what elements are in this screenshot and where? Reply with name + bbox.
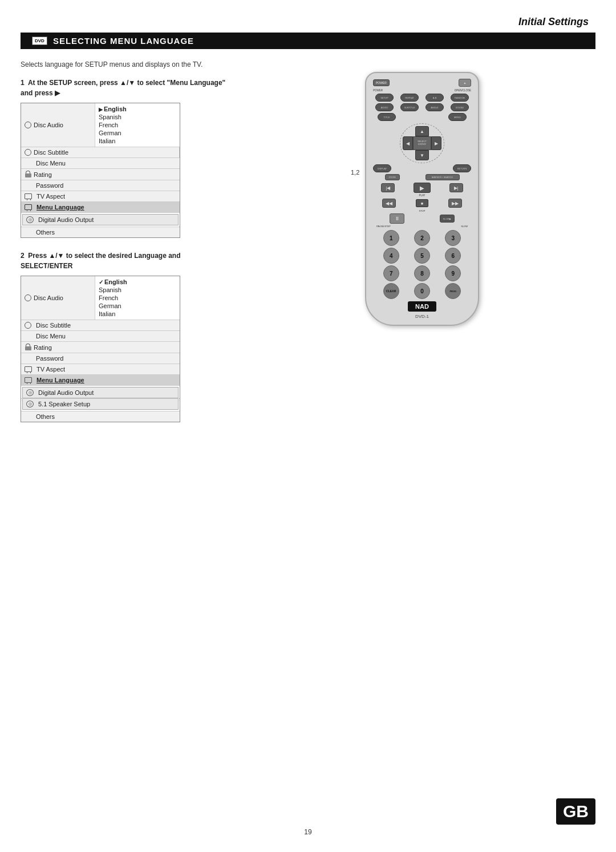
play-label: PLAY	[372, 194, 472, 197]
menu-item-rating: Rating	[21, 169, 180, 180]
num-6-button[interactable]: 6	[445, 248, 461, 264]
menu2-item-disc-audio: Disc Audio	[21, 276, 95, 320]
numpad: 1 2 3 4 5 6 7 8 9 CLEAR 0 PROG	[376, 230, 468, 299]
open-close-label: OPEN/CLOSE	[455, 89, 471, 92]
nad-logo: NAD	[408, 301, 436, 312]
title-button[interactable]: TITLE	[378, 113, 396, 121]
tv-icon-4	[25, 377, 32, 383]
angle-button[interactable]: ANGLE	[425, 103, 444, 111]
menu2-item-disc-menu: Disc Menu	[21, 331, 180, 341]
dvd-badge: DVD	[32, 37, 47, 46]
program-button[interactable]: PROG	[445, 283, 461, 299]
menu2-item-rating: Rating	[21, 342, 180, 353]
menu-item-password: Password	[21, 180, 180, 191]
lock-icon-2	[25, 344, 31, 351]
menu2-item-tv-aspect: TV Aspect	[21, 364, 180, 374]
power-button[interactable]: POWER	[373, 79, 390, 86]
dpad-right-button[interactable]: ▶	[431, 136, 441, 150]
ff-button[interactable]: ▶▶	[448, 199, 462, 208]
num-2-button[interactable]: 2	[414, 230, 430, 246]
menu-item-disc-subtitle: Disc Subtitle	[21, 147, 180, 158]
circle-icon-4	[25, 322, 31, 329]
stop-button[interactable]: ■	[416, 199, 428, 207]
audio-button[interactable]: AUDIO	[375, 103, 394, 111]
num-0-button[interactable]: 0	[414, 283, 430, 299]
circle-icon	[25, 122, 31, 128]
dvd-model: DVD-1	[372, 314, 472, 319]
step2-menu: Disc Audio English Spanish French German…	[21, 276, 180, 422]
num-8-button[interactable]: 8	[414, 265, 430, 281]
ab-button[interactable]: A-B	[425, 94, 444, 102]
setup-button[interactable]: SETUP	[375, 94, 394, 102]
num-3-button[interactable]: 3	[445, 230, 461, 246]
section-title: SELECTING MENU LANGUAGE	[53, 36, 194, 46]
rewind-button[interactable]: ◀◀	[382, 199, 396, 208]
dpad-up-button[interactable]: ▲	[415, 126, 429, 136]
subtitle-button[interactable]: SUBTITLE	[400, 103, 419, 111]
page-title: Initial Settings	[518, 16, 589, 27]
step-1-label: 1 At the SETUP screen, press ▲/▼ to sele…	[21, 78, 232, 98]
sound-button[interactable]: SOUND	[451, 103, 469, 111]
tv-icon-3	[25, 366, 32, 372]
step-1: 1 At the SETUP screen, press ▲/▼ to sele…	[21, 78, 232, 238]
play-button[interactable]: ▶	[414, 183, 431, 193]
num-5-button[interactable]: 5	[414, 248, 430, 264]
menu2-item-disc-subtitle: Disc Subtitle	[21, 320, 180, 330]
num-7-button[interactable]: 7	[383, 265, 399, 281]
dpad-down-button[interactable]: ▼	[415, 150, 429, 160]
random-button[interactable]: RANDOM	[451, 94, 469, 102]
intro-text: Selects language for SETUP menus and dis…	[21, 60, 232, 68]
gb-badge: GB	[556, 798, 595, 825]
menu2-languages: English Spanish French German Italian	[95, 276, 180, 320]
return-button[interactable]: RETURN	[453, 164, 471, 172]
skip-prev-button[interactable]: |◀	[381, 183, 395, 192]
num-9-button[interactable]: 9	[445, 265, 461, 281]
power-label: POWER	[373, 89, 383, 92]
remote-control: POWER ▲ POWER OPEN/CLOSE SETUP REPEAT A-…	[365, 72, 479, 326]
slow-label: SLOW	[461, 225, 468, 228]
menu-item-disc-audio: Disc Audio	[21, 103, 95, 147]
speaker-icon-2: ◎	[26, 389, 34, 396]
menu2-item-digital-audio: ◎ Digital Audio Output	[22, 387, 179, 398]
dpad: ▲ ◀ SELECTENTER ▶ ▼	[372, 123, 472, 163]
repeat-button[interactable]: REPEAT	[400, 94, 419, 102]
pause-step-button[interactable]: ⏸	[390, 213, 404, 224]
open-close-button[interactable]: ▲	[459, 79, 471, 87]
dpad-left-button[interactable]: ◀	[403, 136, 413, 150]
menu-item-tv-aspect: TV Aspect	[21, 191, 180, 201]
clear-button[interactable]: CLEAR	[383, 283, 399, 299]
step-2-label: 2 Press ▲/▼ to select the desired Langua…	[21, 251, 232, 271]
remote-wrapper: 1,2 POWER ▲ POWER OPEN/CLOSE SETUP REPEA…	[365, 72, 479, 326]
menu2-item-others: Others	[21, 411, 180, 422]
circle-icon-2	[25, 149, 31, 156]
tv-icon-2	[25, 204, 32, 210]
menu-item-others-step1: Others	[21, 227, 180, 237]
zoom-button[interactable]: ZOOM	[385, 174, 400, 180]
num-1-button[interactable]: 1	[383, 230, 399, 246]
step-reference: 1,2	[351, 169, 359, 176]
select-enter-button[interactable]: SELECTENTER	[413, 136, 431, 150]
menu-item-disc-menu: Disc Menu	[21, 158, 180, 168]
menu2-item-speaker-setup: ◎ 5.1 Speaker Setup	[22, 399, 179, 410]
page-number: 19	[304, 828, 311, 836]
display-button[interactable]: DISPLAY	[373, 164, 391, 172]
num-4-button[interactable]: 4	[383, 248, 399, 264]
stop-label: STOP	[419, 209, 425, 212]
speaker-icon: ◎	[26, 216, 34, 223]
menu2-item-password: Password	[21, 353, 180, 364]
speaker-icon-3: ◎	[26, 401, 34, 407]
skip-next-button[interactable]: ▶|	[449, 183, 463, 192]
menu-button[interactable]: MENU	[448, 113, 467, 121]
step-2: 2 Press ▲/▼ to select the desired Langua…	[21, 251, 232, 422]
tv-icon	[25, 193, 32, 199]
step1-menu: Disc Audio English Spanish French German…	[21, 103, 180, 238]
circle-icon-3	[25, 294, 31, 301]
menu-item-menu-language: Menu Language	[21, 202, 180, 212]
slow-button[interactable]: SLOW▶	[440, 215, 455, 223]
lock-icon	[25, 171, 31, 178]
section-banner: DVD SELECTING MENU LANGUAGE	[21, 33, 595, 49]
menu-item-digital-audio: ◎ Digital Audio Output	[22, 214, 179, 225]
menu2-item-menu-language: Menu Language	[21, 375, 180, 385]
marker-search-button[interactable]: MARKER • SEARCH	[425, 174, 460, 180]
pause-step-label: PAUSE/STEP	[376, 225, 391, 228]
